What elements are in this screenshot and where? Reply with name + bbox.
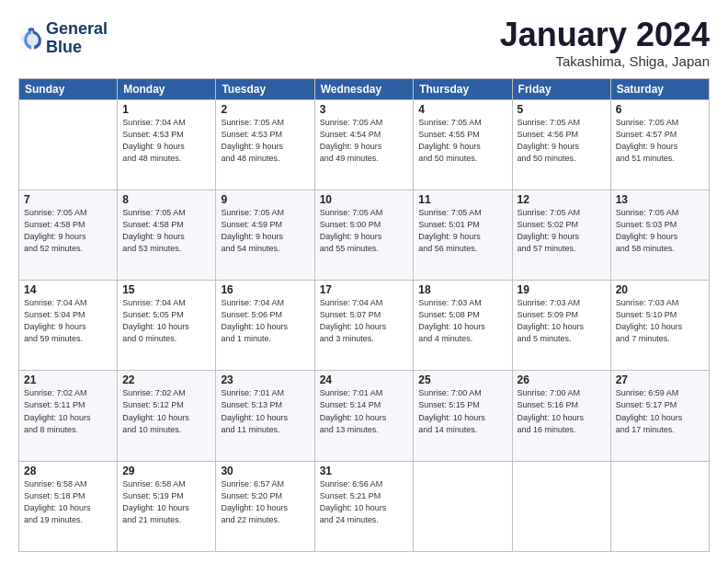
day-number: 1 <box>122 103 210 116</box>
calendar-cell: 10Sunrise: 7:05 AMSunset: 5:00 PMDayligh… <box>314 190 414 280</box>
calendar-cell <box>414 461 512 551</box>
day-info: Sunrise: 7:05 AMSunset: 4:59 PMDaylight:… <box>221 207 309 255</box>
calendar-cell: 29Sunrise: 6:58 AMSunset: 5:19 PMDayligh… <box>118 461 216 551</box>
day-info: Sunrise: 7:01 AMSunset: 5:13 PMDaylight:… <box>221 387 309 435</box>
calendar-cell: 20Sunrise: 7:03 AMSunset: 5:10 PMDayligh… <box>610 281 709 371</box>
day-info: Sunrise: 7:04 AMSunset: 5:07 PMDaylight:… <box>320 297 409 345</box>
calendar-cell: 26Sunrise: 7:00 AMSunset: 5:16 PMDayligh… <box>512 371 610 461</box>
calendar-cell: 2Sunrise: 7:05 AMSunset: 4:53 PMDaylight… <box>216 99 314 190</box>
day-info: Sunrise: 7:03 AMSunset: 5:10 PMDaylight:… <box>616 297 704 345</box>
day-number: 10 <box>320 193 409 206</box>
logo-text: General Blue <box>46 20 108 57</box>
calendar-cell: 17Sunrise: 7:04 AMSunset: 5:07 PMDayligh… <box>314 281 414 371</box>
day-number: 3 <box>320 103 409 116</box>
header: General Blue January 2024 Takashima, Shi… <box>18 17 710 69</box>
day-info: Sunrise: 7:03 AMSunset: 5:09 PMDaylight:… <box>518 297 606 345</box>
page: General Blue January 2024 Takashima, Shi… <box>0 0 728 563</box>
day-number: 19 <box>518 283 606 296</box>
col-monday: Monday <box>118 78 216 99</box>
calendar-week-4: 21Sunrise: 7:02 AMSunset: 5:11 PMDayligh… <box>19 371 710 461</box>
calendar-cell: 18Sunrise: 7:03 AMSunset: 5:08 PMDayligh… <box>414 281 512 371</box>
calendar-week-2: 7Sunrise: 7:05 AMSunset: 4:58 PMDaylight… <box>19 190 710 280</box>
logo-line1: General <box>46 20 108 39</box>
day-number: 24 <box>320 373 409 386</box>
calendar-cell: 23Sunrise: 7:01 AMSunset: 5:13 PMDayligh… <box>216 371 314 461</box>
day-info: Sunrise: 7:02 AMSunset: 5:12 PMDaylight:… <box>122 387 210 435</box>
calendar-cell: 12Sunrise: 7:05 AMSunset: 5:02 PMDayligh… <box>512 190 610 280</box>
calendar-cell: 30Sunrise: 6:57 AMSunset: 5:20 PMDayligh… <box>216 461 314 551</box>
day-number: 2 <box>221 103 309 116</box>
col-saturday: Saturday <box>610 78 709 99</box>
day-number: 31 <box>320 465 409 477</box>
calendar-cell: 8Sunrise: 7:05 AMSunset: 4:58 PMDaylight… <box>118 190 216 280</box>
calendar-cell: 6Sunrise: 7:05 AMSunset: 4:57 PMDaylight… <box>610 99 709 190</box>
calendar-cell: 1Sunrise: 7:04 AMSunset: 4:53 PMDaylight… <box>118 99 216 190</box>
day-info: Sunrise: 7:05 AMSunset: 4:58 PMDaylight:… <box>24 207 112 255</box>
day-number: 16 <box>221 283 309 296</box>
calendar-cell <box>19 99 118 190</box>
day-number: 25 <box>418 373 506 386</box>
calendar-cell: 9Sunrise: 7:05 AMSunset: 4:59 PMDaylight… <box>216 190 314 280</box>
location: Takashima, Shiga, Japan <box>500 53 710 69</box>
day-info: Sunrise: 7:04 AMSunset: 5:04 PMDaylight:… <box>24 297 112 345</box>
calendar-cell: 28Sunrise: 6:58 AMSunset: 5:18 PMDayligh… <box>19 461 118 551</box>
day-number: 30 <box>221 465 309 477</box>
logo-line2: Blue <box>46 39 108 57</box>
calendar-week-5: 28Sunrise: 6:58 AMSunset: 5:18 PMDayligh… <box>19 461 710 551</box>
calendar-week-3: 14Sunrise: 7:04 AMSunset: 5:04 PMDayligh… <box>19 281 710 371</box>
col-wednesday: Wednesday <box>314 78 414 99</box>
day-number: 4 <box>418 103 506 116</box>
day-info: Sunrise: 7:04 AMSunset: 5:06 PMDaylight:… <box>221 297 309 345</box>
day-info: Sunrise: 7:05 AMSunset: 4:58 PMDaylight:… <box>122 207 210 255</box>
calendar-cell <box>512 461 610 551</box>
day-info: Sunrise: 7:03 AMSunset: 5:08 PMDaylight:… <box>418 297 506 345</box>
col-sunday: Sunday <box>19 78 118 99</box>
calendar-cell: 13Sunrise: 7:05 AMSunset: 5:03 PMDayligh… <box>610 190 709 280</box>
day-info: Sunrise: 7:05 AMSunset: 5:02 PMDaylight:… <box>518 207 606 255</box>
calendar-cell: 3Sunrise: 7:05 AMSunset: 4:54 PMDaylight… <box>314 99 414 190</box>
calendar-cell: 7Sunrise: 7:05 AMSunset: 4:58 PMDaylight… <box>19 190 118 280</box>
logo-icon <box>18 26 44 52</box>
calendar-cell: 15Sunrise: 7:04 AMSunset: 5:05 PMDayligh… <box>118 281 216 371</box>
calendar-cell: 31Sunrise: 6:56 AMSunset: 5:21 PMDayligh… <box>314 461 414 551</box>
day-info: Sunrise: 6:58 AMSunset: 5:19 PMDaylight:… <box>122 478 210 526</box>
day-info: Sunrise: 7:05 AMSunset: 4:54 PMDaylight:… <box>320 117 409 165</box>
day-info: Sunrise: 7:04 AMSunset: 5:05 PMDaylight:… <box>122 297 210 345</box>
calendar-table: Sunday Monday Tuesday Wednesday Thursday… <box>18 78 710 552</box>
day-number: 22 <box>122 373 210 386</box>
col-thursday: Thursday <box>414 78 512 99</box>
day-number: 14 <box>24 283 112 296</box>
day-info: Sunrise: 7:05 AMSunset: 5:03 PMDaylight:… <box>616 207 704 255</box>
calendar-cell: 22Sunrise: 7:02 AMSunset: 5:12 PMDayligh… <box>118 371 216 461</box>
day-info: Sunrise: 7:00 AMSunset: 5:15 PMDaylight:… <box>418 387 506 435</box>
day-number: 21 <box>24 373 112 386</box>
day-number: 5 <box>518 103 606 116</box>
calendar-cell: 11Sunrise: 7:05 AMSunset: 5:01 PMDayligh… <box>414 190 512 280</box>
day-info: Sunrise: 6:56 AMSunset: 5:21 PMDaylight:… <box>320 478 409 526</box>
calendar-cell: 19Sunrise: 7:03 AMSunset: 5:09 PMDayligh… <box>512 281 610 371</box>
title-block: January 2024 Takashima, Shiga, Japan <box>500 17 710 69</box>
day-info: Sunrise: 7:01 AMSunset: 5:14 PMDaylight:… <box>320 387 409 435</box>
day-info: Sunrise: 7:02 AMSunset: 5:11 PMDaylight:… <box>24 387 112 435</box>
calendar-cell: 21Sunrise: 7:02 AMSunset: 5:11 PMDayligh… <box>19 371 118 461</box>
day-info: Sunrise: 7:05 AMSunset: 4:56 PMDaylight:… <box>518 117 606 165</box>
day-number: 8 <box>122 193 210 206</box>
day-number: 18 <box>418 283 506 296</box>
day-number: 23 <box>221 373 309 386</box>
calendar-cell: 5Sunrise: 7:05 AMSunset: 4:56 PMDaylight… <box>512 99 610 190</box>
day-number: 6 <box>616 103 704 116</box>
day-number: 11 <box>418 193 506 206</box>
day-number: 17 <box>320 283 409 296</box>
col-tuesday: Tuesday <box>216 78 314 99</box>
day-number: 29 <box>122 465 210 477</box>
logo: General Blue <box>18 20 108 57</box>
day-info: Sunrise: 6:57 AMSunset: 5:20 PMDaylight:… <box>221 478 309 526</box>
day-number: 12 <box>518 193 606 206</box>
calendar-week-1: 1Sunrise: 7:04 AMSunset: 4:53 PMDaylight… <box>19 99 710 190</box>
calendar-cell: 16Sunrise: 7:04 AMSunset: 5:06 PMDayligh… <box>216 281 314 371</box>
day-number: 20 <box>616 283 704 296</box>
calendar-cell: 4Sunrise: 7:05 AMSunset: 4:55 PMDaylight… <box>414 99 512 190</box>
day-info: Sunrise: 7:00 AMSunset: 5:16 PMDaylight:… <box>518 387 606 435</box>
day-info: Sunrise: 7:05 AMSunset: 5:00 PMDaylight:… <box>320 207 409 255</box>
calendar-header-row: Sunday Monday Tuesday Wednesday Thursday… <box>19 78 710 99</box>
